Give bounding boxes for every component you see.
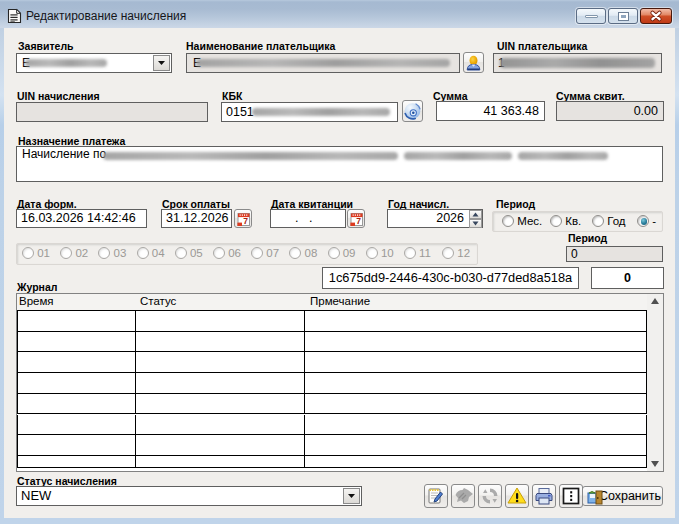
- svg-text:7: 7: [356, 216, 361, 226]
- svg-text:7: 7: [243, 216, 248, 226]
